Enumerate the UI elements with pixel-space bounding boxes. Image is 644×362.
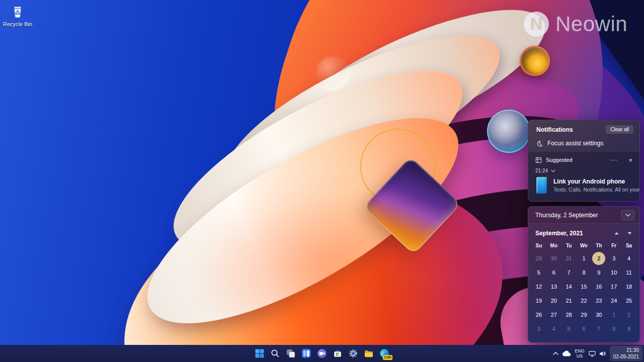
store-icon [333, 348, 343, 358]
widgets-icon [301, 348, 311, 358]
chevron-down-icon [625, 214, 630, 217]
region-code: US [577, 353, 583, 358]
taskbar-chat-button[interactable] [315, 347, 329, 360]
calendar-collapse-button[interactable] [621, 210, 634, 220]
calendar-day[interactable]: 5 [562, 322, 576, 335]
network-tray-button[interactable] [587, 347, 597, 360]
calendar-day[interactable]: 18 [622, 280, 635, 293]
clock-flyout-button[interactable]: 21:30 02-09-2021 [610, 346, 642, 361]
calendar-day[interactable]: 20 [547, 294, 560, 307]
desktop-screen: N Neowin Recycle Bin Notifications Clear… [0, 0, 644, 362]
tray-overflow-button[interactable] [550, 347, 560, 360]
calendar-day[interactable]: 7 [562, 266, 576, 279]
focus-assist-settings-link[interactable]: Focus assist settings [528, 134, 639, 153]
taskbar-search-button[interactable] [269, 347, 282, 360]
calendar-day[interactable]: 21 [562, 294, 576, 307]
close-notification-button[interactable]: × [628, 157, 632, 163]
calendar-prev-month-button[interactable] [612, 230, 620, 236]
calendar-day[interactable]: 31 [562, 252, 576, 265]
weekday-label: Fr [606, 243, 621, 248]
weekday-label: Sa [621, 243, 636, 248]
notification-text: Link your Android phone Texts. Calls. No… [553, 177, 639, 193]
notification-source: Suggested [546, 157, 573, 163]
notification-header: Notifications Clear all [528, 120, 639, 134]
calendar-day[interactable]: 27 [547, 308, 560, 321]
calendar-day[interactable]: 3 [607, 252, 620, 265]
neowin-brand-text: Neowin [555, 12, 627, 36]
taskbar: CAN ENG US [0, 345, 644, 362]
calendar-next-month-button[interactable] [625, 230, 633, 236]
calendar-day[interactable]: 25 [622, 294, 635, 307]
suggested-grid-icon [535, 157, 542, 163]
recycle-bin-label: Recycle Bin [3, 21, 32, 27]
calendar-day[interactable]: 26 [532, 308, 545, 321]
more-options-button[interactable]: ··· [610, 156, 617, 163]
calendar-day[interactable]: 11 [622, 266, 635, 279]
calendar-day[interactable]: 8 [607, 322, 620, 335]
calendar-day[interactable]: 2 [622, 308, 635, 321]
start-icon [255, 348, 265, 358]
chevron-down-icon [627, 232, 632, 235]
notification-time-toggle[interactable]: 21:24 [528, 163, 562, 173]
calendar-header: Thursday, 2 September [528, 207, 639, 224]
calendar-day[interactable]: 16 [592, 280, 605, 293]
wallpaper-gold-sphere [520, 46, 550, 76]
taskbar-start-button[interactable] [253, 347, 266, 360]
calendar-day[interactable]: 4 [622, 252, 635, 265]
recycle-bin-icon [9, 3, 26, 20]
taskbar-widgets-button[interactable] [300, 347, 313, 360]
calendar-day[interactable]: 30 [547, 252, 560, 265]
calendar-day[interactable]: 4 [547, 322, 560, 335]
notification-card[interactable]: Suggested ··· × 21:24 Link your Android … [528, 151, 639, 201]
taskbar-task-view-button[interactable] [284, 347, 297, 360]
volume-tray-button[interactable] [598, 347, 608, 360]
taskbar-store-button[interactable] [331, 347, 344, 360]
calendar-day[interactable]: 1 [577, 252, 590, 265]
clear-all-button[interactable]: Clear all [606, 125, 633, 134]
weekday-label: Su [531, 243, 546, 248]
calendar-month-label: September, 2021 [535, 230, 583, 237]
weekday-label: We [577, 243, 592, 248]
calendar-day[interactable]: 9 [622, 322, 635, 335]
wallpaper-blue-sphere [487, 110, 530, 153]
language-indicator[interactable]: ENG US [573, 347, 587, 360]
calendar-day[interactable]: 22 [577, 294, 590, 307]
onedrive-tray-button[interactable] [561, 347, 572, 360]
taskbar-settings-button[interactable] [347, 347, 360, 360]
calendar-panel: Thursday, 2 September September, 2021 Su… [528, 206, 640, 343]
calendar-day[interactable]: 23 [592, 294, 605, 307]
calendar-day[interactable]: 30 [592, 308, 605, 321]
tray-date: 02-09-2021 [613, 353, 639, 360]
calendar-day[interactable]: 13 [547, 280, 560, 293]
calendar-day[interactable]: 9 [592, 266, 605, 279]
calendar-day[interactable]: 12 [532, 280, 545, 293]
calendar-day[interactable]: 6 [547, 266, 560, 279]
calendar-day[interactable]: 6 [577, 322, 590, 335]
calendar-day[interactable]: 28 [562, 308, 576, 321]
calendar-day[interactable]: 7 [592, 322, 605, 335]
calendar-month-row: September, 2021 [528, 224, 639, 238]
neowin-watermark: N Neowin [523, 11, 627, 37]
taskbar-file-explorer-button[interactable] [362, 347, 375, 360]
calendar-day[interactable]: 29 [577, 308, 590, 321]
chat-icon [317, 348, 327, 358]
calendar-day[interactable]: 19 [532, 294, 545, 307]
weekday-row: SuMoTuWeThFrSa [528, 238, 639, 248]
calendar-day-today[interactable]: 2 [592, 252, 605, 265]
notifications-title: Notifications [536, 126, 573, 133]
calendar-day[interactable]: 1 [607, 308, 620, 321]
calendar-day[interactable]: 14 [562, 280, 576, 293]
calendar-day[interactable]: 5 [532, 266, 545, 279]
taskbar-edge-canary-button[interactable]: CAN [378, 347, 391, 360]
calendar-day[interactable]: 3 [532, 322, 545, 335]
calendar-day[interactable]: 17 [607, 280, 620, 293]
calendar-day[interactable]: 15 [577, 280, 590, 293]
onedrive-cloud-icon [562, 350, 571, 356]
search-icon [270, 348, 280, 358]
calendar-day[interactable]: 24 [607, 294, 620, 307]
calendar-day[interactable]: 29 [532, 252, 545, 265]
calendar-day[interactable]: 8 [577, 266, 590, 279]
android-phone-icon [536, 177, 547, 194]
calendar-day[interactable]: 10 [607, 266, 620, 279]
recycle-bin-shortcut[interactable]: Recycle Bin [1, 3, 34, 27]
